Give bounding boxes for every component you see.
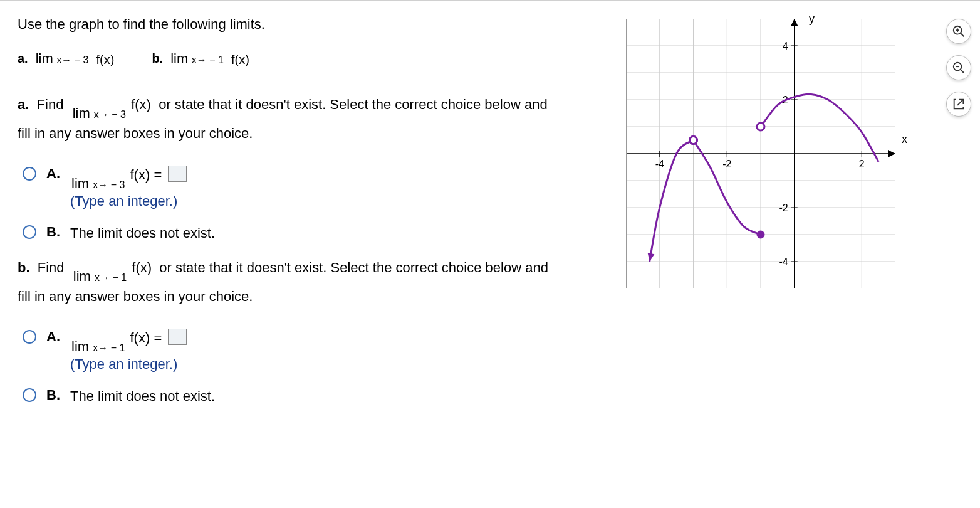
- svg-point-40: [690, 137, 697, 144]
- zoom-in-button[interactable]: [946, 19, 971, 44]
- y-axis-label: y: [809, 13, 815, 26]
- qa-a-hint: (Type an integer.): [70, 191, 187, 211]
- svg-text:4: 4: [783, 41, 788, 51]
- qa-a-fx: f(x) =: [130, 167, 162, 183]
- part-a-fx: f(x): [96, 51, 115, 67]
- question-a-text: a. Find lim x→ − 3 f(x) or state that it…: [18, 92, 589, 147]
- x-axis-label: x: [902, 133, 907, 146]
- qb-a-fx: f(x) =: [130, 330, 162, 346]
- qb-b-text: The limit does not exist.: [70, 386, 215, 406]
- qb-choice-a[interactable]: A. lim x→ − 1 f(x) = (Type an integer.): [23, 327, 589, 374]
- radio-icon[interactable]: [23, 225, 36, 239]
- svg-marker-22: [888, 150, 895, 157]
- part-a-label: a.: [18, 51, 28, 66]
- svg-point-42: [757, 123, 764, 130]
- qa-choice-b[interactable]: B. The limit does not exist.: [23, 223, 589, 243]
- part-b-limit: lim x→ − 1: [170, 51, 224, 66]
- svg-text:-4: -4: [655, 159, 664, 169]
- zoom-out-icon: [952, 61, 966, 75]
- choice-label: A.: [46, 327, 60, 345]
- choice-label: A.: [46, 164, 60, 182]
- parts-list: a. lim x→ − 3 f(x) b. lim x→ − 1 f(x): [18, 51, 589, 67]
- answer-input-a[interactable]: [168, 166, 187, 182]
- open-external-button[interactable]: [946, 92, 971, 117]
- zoom-out-button[interactable]: [946, 55, 971, 80]
- radio-icon[interactable]: [23, 388, 36, 402]
- radio-icon[interactable]: [23, 330, 36, 344]
- qa-a-limit: lim x→ − 3: [71, 176, 125, 191]
- qb-choice-b[interactable]: B. The limit does not exist.: [23, 386, 589, 406]
- divider: [18, 80, 589, 80]
- svg-line-49: [961, 70, 964, 73]
- qb-a-hint: (Type an integer.): [70, 354, 187, 374]
- choice-label: B.: [46, 223, 60, 240]
- question-b-text: b. Find lim x→ − 1 f(x) or state that it…: [18, 255, 589, 310]
- svg-line-45: [961, 33, 964, 37]
- svg-text:2: 2: [859, 159, 865, 169]
- svg-text:-2: -2: [779, 203, 788, 213]
- qa-b-text: The limit does not exist.: [70, 223, 215, 243]
- radio-icon[interactable]: [23, 167, 36, 181]
- intro-text: Use the graph to find the following limi…: [18, 16, 589, 33]
- svg-point-41: [757, 231, 764, 238]
- choice-label: B.: [46, 386, 60, 403]
- function-graph: -4-22-4-224: [626, 19, 895, 288]
- part-b-label: b.: [152, 51, 163, 66]
- part-a-limit: lim x→ − 3: [36, 51, 89, 66]
- svg-marker-23: [791, 19, 798, 26]
- qa-choice-a[interactable]: A. lim x→ − 3 f(x) = (Type an integer.): [23, 164, 589, 211]
- svg-text:-4: -4: [779, 257, 788, 267]
- answer-input-b[interactable]: [168, 329, 187, 345]
- open-external-icon: [952, 97, 966, 111]
- qb-a-limit: lim x→ − 1: [71, 339, 125, 354]
- part-b-fx: f(x): [231, 51, 249, 67]
- svg-marker-38: [648, 253, 655, 262]
- zoom-in-icon: [952, 24, 966, 38]
- svg-line-51: [957, 100, 963, 105]
- svg-text:-2: -2: [722, 159, 731, 169]
